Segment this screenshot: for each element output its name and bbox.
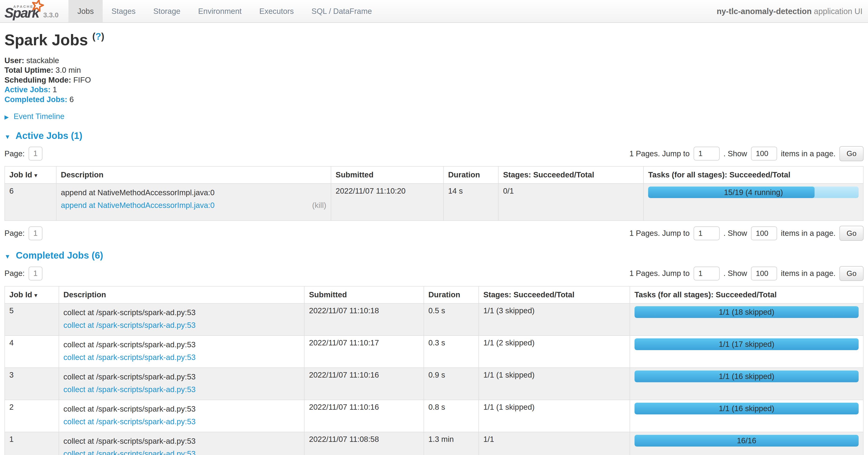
tasks-cell: 15/19 (4 running)	[644, 183, 863, 221]
column-job-id[interactable]: Job Id ▾	[5, 166, 56, 183]
submitted-cell: 2022/11/07 11:10:16	[304, 400, 424, 432]
description-cell: collect at /spark-scripts/spark-ad.py:53…	[59, 304, 305, 336]
completed-jobs-table: Job Id ▾ Description Submitted Duration …	[4, 286, 864, 455]
column-duration[interactable]: Duration	[443, 166, 498, 183]
duration-cell: 1.3 min	[424, 432, 479, 455]
pages-text: 1 Pages. Jump to	[629, 269, 690, 278]
job-id-cell: 6	[5, 183, 56, 221]
items-per-page-input[interactable]	[751, 226, 777, 240]
column-submitted[interactable]: Submitted	[304, 286, 424, 304]
duration-cell: 0.8 s	[424, 400, 479, 432]
column-description[interactable]: Description	[56, 166, 331, 183]
description-link[interactable]: collect at /spark-scripts/spark-ad.py:53	[64, 449, 196, 455]
column-submitted[interactable]: Submitted	[331, 166, 443, 183]
page-label: Page:	[4, 149, 25, 158]
go-button[interactable]: Go	[839, 266, 864, 281]
tab-environment[interactable]: Environment	[189, 0, 250, 22]
job-id-cell: 4	[5, 336, 59, 368]
sort-arrow-icon: ▾	[34, 172, 37, 179]
tasks-cell: 16/16	[630, 432, 863, 455]
spark-version: 3.3.0	[43, 11, 59, 19]
current-page-number[interactable]: 1	[29, 226, 42, 240]
current-page-number[interactable]: 1	[29, 266, 42, 280]
collapsed-arrow-icon: ▶	[4, 114, 9, 120]
section-completed-jobs[interactable]: ▼ Completed Jobs (6)	[4, 250, 864, 261]
column-description[interactable]: Description	[59, 286, 305, 304]
active-jobs-link[interactable]: Active Jobs:	[4, 85, 51, 94]
navbar: APACHE Spark 3.3.0 Jobs Stages Storage E…	[0, 0, 868, 23]
completed-jobs-pager-top: Page: 1 1 Pages. Jump to . Show items in…	[4, 266, 864, 281]
task-progress-bar: 1/1 (16 skipped)	[634, 403, 859, 415]
tab-jobs[interactable]: Jobs	[68, 0, 102, 22]
completed-job-row: 1 collect at /spark-scripts/spark-ad.py:…	[5, 432, 863, 455]
tab-sql-dataframe[interactable]: SQL / DataFrame	[303, 0, 381, 22]
description-text: collect at /spark-scripts/spark-ad.py:53	[64, 372, 300, 381]
job-id-cell: 2	[5, 400, 59, 432]
expanded-arrow-icon: ▼	[4, 133, 10, 140]
description-link[interactable]: collect at /spark-scripts/spark-ad.py:53	[64, 321, 196, 330]
tasks-cell: 1/1 (17 skipped)	[630, 336, 863, 368]
jump-to-page-input[interactable]	[693, 266, 720, 280]
tab-storage[interactable]: Storage	[145, 0, 189, 22]
jump-to-page-input[interactable]	[693, 226, 720, 240]
active-job-row: 6 append at NativeMethodAccessorImpl.jav…	[5, 183, 863, 221]
jump-to-page-input[interactable]	[693, 147, 720, 161]
duration-cell: 0.3 s	[424, 336, 479, 368]
items-per-page-input[interactable]	[751, 147, 777, 161]
completed-job-row: 3 collect at /spark-scripts/spark-ad.py:…	[5, 368, 863, 400]
duration-cell: 14 s	[443, 183, 498, 221]
items-text: items in a page.	[781, 269, 835, 278]
stages-cell: 1/1	[479, 432, 630, 455]
completed-job-row: 5 collect at /spark-scripts/spark-ad.py:…	[5, 304, 863, 336]
tab-stages[interactable]: Stages	[103, 0, 145, 22]
column-duration[interactable]: Duration	[424, 286, 479, 304]
pages-text: 1 Pages. Jump to	[629, 229, 690, 238]
stages-cell: 1/1 (2 skipped)	[479, 336, 630, 368]
description-cell: collect at /spark-scripts/spark-ad.py:53…	[59, 400, 305, 432]
go-button[interactable]: Go	[839, 226, 864, 241]
column-tasks[interactable]: Tasks (for all stages): Succeeded/Total	[630, 286, 863, 304]
summary-uptime: Total Uptime: 3.0 min	[4, 65, 864, 75]
event-timeline-toggle[interactable]: ▶ Event Timeline	[4, 112, 864, 121]
pages-text: 1 Pages. Jump to	[629, 149, 690, 158]
kill-link[interactable]: (kill)	[312, 201, 327, 210]
description-link[interactable]: collect at /spark-scripts/spark-ad.py:53	[64, 385, 196, 394]
description-cell: collect at /spark-scripts/spark-ad.py:53…	[59, 432, 305, 455]
current-page-number[interactable]: 1	[29, 147, 42, 161]
help-parens: (?)	[92, 31, 104, 42]
application-suffix: application UI	[812, 7, 863, 16]
page-label: Page:	[4, 269, 25, 278]
description-link[interactable]: append at NativeMethodAccessorImpl.java:…	[61, 201, 215, 210]
sort-arrow-icon: ▾	[34, 292, 37, 299]
section-active-jobs[interactable]: ▼ Active Jobs (1)	[4, 131, 864, 141]
description-text: collect at /spark-scripts/spark-ad.py:53	[64, 404, 300, 414]
task-progress-label: 1/1 (17 skipped)	[634, 338, 859, 350]
tab-executors[interactable]: Executors	[251, 0, 303, 22]
stages-cell: 1/1 (1 skipped)	[479, 400, 630, 432]
task-progress-label: 1/1 (18 skipped)	[634, 306, 859, 318]
task-progress-bar: 1/1 (17 skipped)	[634, 338, 859, 350]
column-job-id[interactable]: Job Id ▾	[5, 286, 59, 304]
expanded-arrow-icon: ▼	[4, 253, 10, 260]
stages-cell: 1/1 (1 skipped)	[479, 368, 630, 400]
task-progress-bar: 16/16	[634, 435, 859, 447]
items-per-page-input[interactable]	[751, 266, 777, 280]
show-text: . Show	[723, 149, 747, 158]
column-tasks[interactable]: Tasks (for all stages): Succeeded/Total	[644, 166, 863, 183]
help-link[interactable]: ?	[95, 31, 101, 42]
submitted-cell: 2022/11/07 11:10:16	[304, 368, 424, 400]
active-jobs-table: Job Id ▾ Description Submitted Duration …	[4, 166, 864, 221]
active-jobs-pager-bottom: Page: 1 1 Pages. Jump to . Show items in…	[4, 226, 864, 241]
column-stages[interactable]: Stages: Succeeded/Total	[498, 166, 644, 183]
description-cell: collect at /spark-scripts/spark-ad.py:53…	[59, 368, 305, 400]
nav-tabs: Jobs Stages Storage Environment Executor…	[68, 0, 381, 22]
job-summary: User: stackable Total Uptime: 3.0 min Sc…	[4, 56, 864, 105]
completed-jobs-link[interactable]: Completed Jobs:	[4, 95, 67, 104]
go-button[interactable]: Go	[839, 146, 864, 161]
description-link[interactable]: collect at /spark-scripts/spark-ad.py:53	[64, 417, 196, 426]
completed-job-row: 4 collect at /spark-scripts/spark-ad.py:…	[5, 336, 863, 368]
task-progress-bar: 15/19 (4 running)	[648, 187, 859, 198]
description-link[interactable]: collect at /spark-scripts/spark-ad.py:53	[64, 353, 196, 362]
description-cell: collect at /spark-scripts/spark-ad.py:53…	[59, 336, 305, 368]
column-stages[interactable]: Stages: Succeeded/Total	[479, 286, 630, 304]
